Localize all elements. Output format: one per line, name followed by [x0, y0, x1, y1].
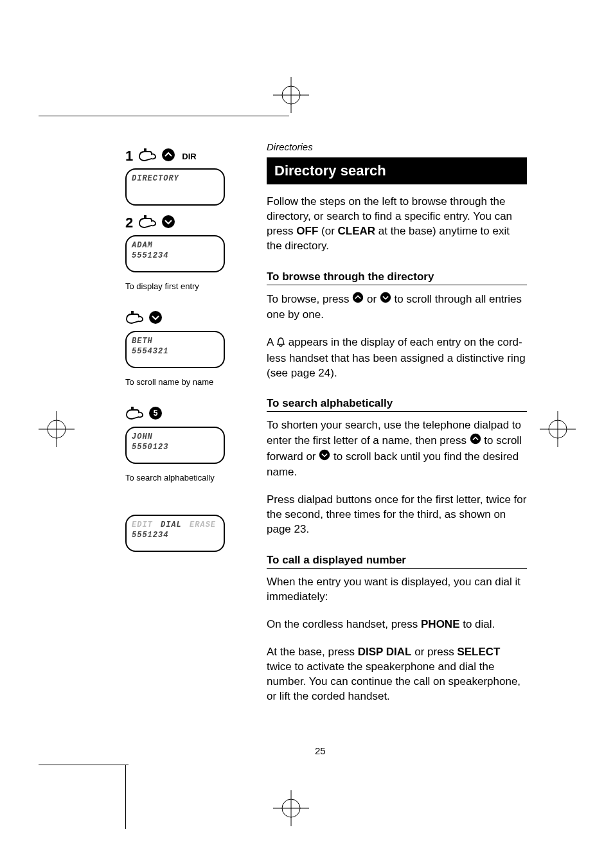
svg-point-13 — [162, 215, 175, 228]
caption-display-first: To display first entry — [125, 281, 238, 291]
bottom-vline — [125, 765, 126, 829]
step-1-row: 1 DIR — [125, 148, 238, 164]
crop-mark-top — [273, 77, 309, 113]
step-2-number: 2 — [125, 215, 133, 231]
lcd-directory: DIRECTORY — [125, 168, 225, 206]
alpha-heading: To search alphabetically — [267, 397, 527, 410]
call-p2: On the cordless handset, press PHONE to … — [267, 617, 527, 632]
svg-point-20 — [319, 450, 330, 460]
text: To shorten your search, use the telephon… — [267, 419, 521, 447]
page-number: 25 — [315, 745, 326, 756]
distinctive-ring-icon — [276, 337, 285, 351]
lcd-edit-dial-erase: EDIT DIAL ERASE 5551234 — [125, 515, 225, 552]
svg-text:5: 5 — [154, 409, 158, 418]
lcd-edit: EDIT — [132, 520, 153, 529]
call-p3: At the base, press DISP DIAL or press SE… — [267, 645, 527, 704]
scroll-row — [125, 310, 238, 327]
clear-key: CLEAR — [338, 225, 376, 237]
lcd-line: 5554321 — [132, 346, 218, 357]
down-arrow-icon — [319, 449, 330, 465]
lcd-dial: DIAL — [161, 520, 182, 529]
lcd-line: 5551234 — [132, 251, 218, 261]
step-2-row: 2 — [125, 215, 238, 231]
svg-point-19 — [470, 434, 480, 444]
lcd-line: 5551234 — [132, 530, 218, 540]
bottom-rule — [39, 765, 129, 765]
down-arrow-icon — [148, 310, 163, 327]
select-key: SELECT — [457, 646, 500, 658]
call-heading: To call a displayed number — [267, 554, 527, 567]
alpha-row: 5 — [125, 406, 238, 423]
svg-point-17 — [353, 292, 363, 303]
browse-heading: To browse through the directory — [267, 270, 527, 283]
lcd-line: JOHN — [132, 432, 218, 442]
text: appears in the display of each entry on … — [267, 336, 526, 379]
top-rule — [39, 116, 289, 116]
text: to dial. — [460, 618, 495, 630]
text: A — [267, 336, 276, 348]
svg-point-12 — [162, 148, 175, 161]
keypad-5-icon: 5 — [148, 406, 163, 423]
browse-p2: A appears in the display of each entry o… — [267, 335, 527, 381]
text: or — [367, 293, 380, 305]
rule — [267, 285, 527, 285]
lcd-line: EDIT DIAL ERASE — [132, 520, 218, 530]
down-arrow-icon — [380, 292, 391, 308]
text: To browse, press — [267, 293, 352, 305]
lcd-beth: BETH 5554321 — [125, 331, 225, 368]
caption-scroll-name: To scroll name by name — [125, 377, 238, 387]
crop-mark-right — [540, 411, 576, 447]
lcd-line: ADAM — [132, 240, 218, 251]
crop-mark-bottom — [273, 790, 309, 826]
disp-dial-key: DISP DIAL — [358, 646, 412, 658]
hand-icon — [138, 215, 157, 231]
dir-label: DIR — [182, 152, 196, 161]
lcd-line: BETH — [132, 336, 218, 346]
rule — [267, 411, 527, 412]
lcd-adam: ADAM 5551234 — [125, 235, 225, 272]
lcd-erase: ERASE — [190, 520, 216, 529]
text: or press — [412, 646, 458, 658]
hand-icon — [138, 148, 157, 164]
lcd-line: DIRECTORY — [132, 173, 218, 184]
rule — [267, 568, 527, 569]
text: On the cordless handset, press — [267, 618, 421, 630]
lcd-line: 5550123 — [132, 442, 218, 452]
breadcrumb: Directories — [267, 141, 527, 152]
page-title: Directory search — [267, 157, 527, 184]
intro-paragraph: Follow the steps on the left to browse t… — [267, 195, 527, 254]
off-key: OFF — [296, 225, 318, 237]
up-arrow-icon — [470, 433, 481, 449]
text: At the base, press — [267, 646, 358, 658]
hand-icon — [125, 406, 145, 423]
text: (or — [318, 225, 337, 237]
call-p1: When the entry you want is displayed, yo… — [267, 575, 527, 605]
hand-icon — [125, 310, 145, 327]
up-arrow-icon — [352, 292, 364, 308]
browse-p1: To browse, press or to scroll through al… — [267, 292, 527, 323]
svg-point-14 — [149, 311, 162, 324]
alpha-p1: To shorten your search, use the telephon… — [267, 418, 527, 480]
step-1-number: 1 — [125, 148, 133, 164]
alpha-p2: Press dialpad buttons once for the first… — [267, 493, 527, 537]
caption-search-alpha: To search alphabetically — [125, 473, 238, 483]
lcd-john: JOHN 5550123 — [125, 427, 225, 464]
phone-key: PHONE — [421, 618, 459, 630]
down-arrow-icon — [161, 215, 175, 231]
up-arrow-icon — [161, 148, 175, 164]
crop-mark-left — [39, 411, 75, 447]
text: twice to activate the speakerphone and d… — [267, 660, 520, 702]
svg-point-18 — [380, 292, 391, 303]
